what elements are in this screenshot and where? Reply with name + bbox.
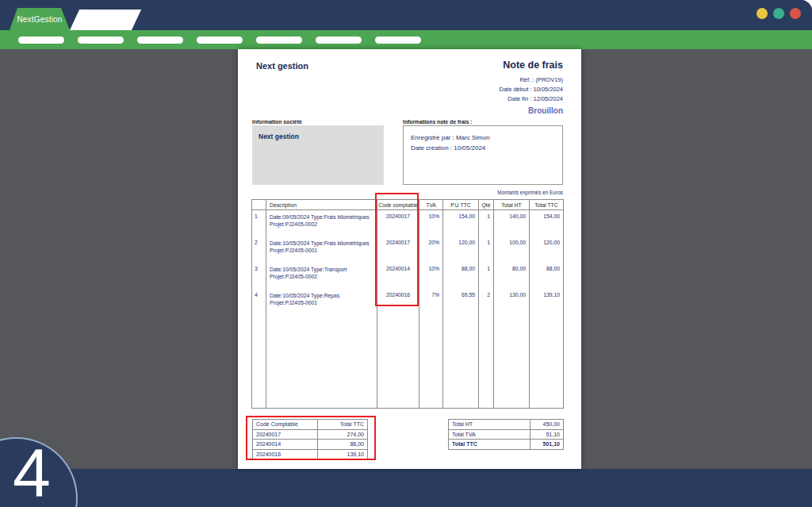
desc-line1: Date:10/05/2024 Type:Transport — [270, 266, 377, 273]
col-header-num — [252, 200, 266, 210]
document-date-start: Date début : 10/05/2024 — [500, 85, 563, 94]
row-total-ttc: 130,00 — [494, 289, 530, 315]
row-qty: 2 — [479, 289, 494, 315]
row-total-ttc: 88,00 — [530, 263, 564, 289]
row-num: 1 — [252, 210, 266, 236]
row-total-ttc: 154,00 — [530, 210, 564, 236]
total-tva-label: Total TVA — [449, 429, 530, 440]
row-num: 3 — [252, 263, 266, 289]
row-num: 4 — [252, 289, 266, 315]
maximize-dot-icon[interactable] — [773, 8, 784, 19]
document-date-end: Date fin : 12/05/2024 — [500, 94, 563, 104]
creation-date: Date création : 10/05/2024 — [411, 143, 555, 153]
expense-report-document: Next gestion Note de frais Réf. : (PROV1… — [238, 49, 581, 469]
browser-tab-blank[interactable] — [70, 10, 141, 30]
row-qty: 1 — [479, 236, 494, 263]
window-controls — [756, 8, 801, 19]
row-pu-ttc: 69,55 — [443, 289, 479, 315]
menu-pill-1[interactable] — [18, 36, 64, 44]
desc-line1: Date:09/05/2024 Type:Frais kilométriques — [270, 213, 377, 221]
minimize-dot-icon[interactable] — [756, 8, 768, 19]
row-pu-ttc: 154,00 — [443, 210, 479, 236]
row-qty: 1 — [479, 263, 494, 289]
col-header-pu-ttc: P.U TTC — [443, 200, 479, 210]
status-badge: Brouillon — [500, 106, 563, 115]
total-ht-label: Total HT — [449, 420, 530, 430]
row-description: Date:10/05/2024 Type:Frais kilométriques… — [266, 236, 377, 263]
desc-line2: Projet:PJ2405-0002 — [270, 221, 377, 228]
company-info-box: Next gestion — [252, 125, 384, 185]
browser-toolbar — [0, 30, 812, 49]
document-company-name: Next gestion — [256, 61, 308, 71]
totals-row: Total HT 450,00 — [449, 420, 564, 430]
col-header-description: Description — [266, 200, 377, 210]
note-info-label: Informations note de frais : — [403, 119, 473, 125]
step-number: 4 — [13, 438, 51, 506]
total-ht-value: 450,00 — [530, 420, 564, 430]
document-ref: Réf. : (PROV19) — [500, 75, 563, 85]
table-empty-space — [252, 315, 564, 409]
company-info-value: Next gestion — [259, 133, 377, 140]
totals-table: Total HT 450,00 Total TVA 51,10 Total TT… — [448, 419, 564, 450]
col-header-tva: TVA — [419, 200, 443, 210]
row-total-ht: 100,00 — [494, 236, 530, 263]
total-tva-value: 51,10 — [530, 429, 564, 440]
row-tva: 10% — [419, 263, 443, 289]
row-tva: 20% — [419, 236, 443, 263]
menu-pill-6[interactable] — [316, 36, 362, 44]
desc-line1: Date:10/05/2024 Type:Repas — [270, 292, 377, 299]
tab-title: NextGestion — [17, 15, 62, 24]
menu-pill-5[interactable] — [256, 36, 302, 44]
row-total-ttc: 120,00 — [530, 236, 564, 263]
close-dot-icon[interactable] — [790, 8, 801, 19]
row-num: 2 — [252, 236, 266, 263]
note-info-box: Enregistré par : Marc Simon Date créatio… — [403, 125, 563, 185]
desc-line2: Projet:PJ2405-0001 — [270, 299, 377, 306]
row-description: Date:10/05/2024 Type:Repas Projet:PJ2405… — [266, 289, 377, 315]
col-header-total-ttc: Total TTC — [530, 200, 564, 210]
highlight-code-column — [375, 193, 419, 306]
totals-row: Total TVA 51,10 — [449, 429, 564, 440]
total-ttc-value: 501,10 — [530, 440, 564, 450]
menu-pill-3[interactable] — [137, 36, 183, 44]
totals-row-ttc: Total TTC 501,10 — [449, 440, 564, 450]
company-info-label: Information société — [252, 119, 302, 125]
col-header-qty: Qté — [479, 200, 494, 210]
row-tva: 7% — [419, 289, 443, 315]
registered-by: Enregistré par : Marc Simon — [411, 133, 555, 143]
document-title: Note de frais — [500, 60, 563, 71]
desc-line2: Projet:PJ2405-0002 — [270, 273, 377, 280]
menu-pill-2[interactable] — [78, 36, 124, 44]
row-description: Date:10/05/2024 Type:Transport Projet:PJ… — [266, 263, 377, 289]
browser-tab-nextgestion[interactable]: NextGestion — [8, 8, 71, 30]
col-header-total-ht: Total HT — [494, 200, 530, 210]
desc-line1: Date:10/05/2024 Type:Frais kilométriques — [270, 240, 377, 247]
amounts-currency-note: Montants exprimés en Euros — [497, 190, 563, 195]
browser-titlebar: NextGestion — [0, 0, 812, 30]
row-total-ht: 80,00 — [494, 263, 530, 289]
desc-line2: Projet:PJ2405-0001 — [270, 247, 377, 254]
menu-pill-7[interactable] — [375, 36, 421, 44]
row-total-ttc: 139,10 — [530, 289, 564, 315]
document-header-right: Note de frais Réf. : (PROV19) Date début… — [500, 60, 563, 115]
window-footer-bar — [0, 469, 812, 507]
row-qty: 1 — [479, 210, 494, 236]
row-pu-ttc: 120,00 — [443, 236, 479, 263]
menu-pill-4[interactable] — [197, 36, 243, 44]
row-total-ht: 140,00 — [494, 210, 530, 236]
row-description: Date:09/05/2024 Type:Frais kilométriques… — [266, 210, 377, 236]
browser-window: NextGestion Next gestion Note de frais R… — [0, 0, 812, 507]
row-tva: 10% — [419, 210, 443, 236]
row-pu-ttc: 88,00 — [443, 263, 479, 289]
highlight-code-summary — [246, 416, 376, 460]
total-ttc-label: Total TTC — [449, 440, 530, 450]
